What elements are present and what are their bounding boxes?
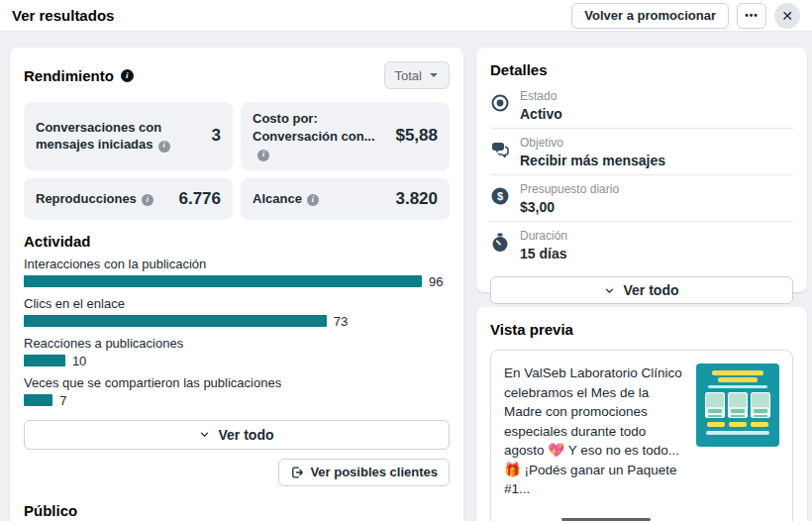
metric-card-reach: Alcance 3.820 (241, 178, 450, 220)
detail-value: $3,00 (520, 199, 619, 215)
activity-title: Actividad (24, 233, 450, 250)
metric-card-plays: Reproducciones 6.776 (24, 178, 233, 220)
stopwatch-icon (490, 233, 510, 253)
detail-row-objective: Objetivo Recibir más mensajes (490, 128, 793, 174)
ad-preview-text: En ValSeb Laboratorio Clínico celebramos… (504, 364, 686, 521)
close-icon[interactable]: ✕ (774, 3, 800, 29)
performance-title: Rendimiento (24, 67, 114, 84)
info-icon[interactable] (307, 194, 319, 206)
metric-value: 3 (212, 126, 221, 146)
metric-label: Reproducciones (36, 191, 137, 206)
detail-label: Estado (520, 89, 562, 103)
dollar-coin-icon: $ (490, 186, 510, 206)
info-icon[interactable] (121, 69, 134, 82)
ad-body-text: En ValSeb Laboratorio Clínico celebramos… (504, 364, 686, 499)
period-selector-dropdown[interactable]: Total (384, 61, 450, 89)
activity-bar-row: Reacciones a publicaciones 10 (24, 336, 450, 368)
bar-label: Reacciones a publicaciones (24, 336, 450, 351)
svg-text:$: $ (497, 190, 503, 202)
detail-label: Objetivo (520, 136, 665, 150)
metric-label: Costo por: Conversación con... (253, 111, 375, 144)
topbar-actions: Volver a promocionar ••• ✕ (571, 3, 800, 29)
activity-bar-row: Veces que se compartieron las publicacio… (24, 375, 450, 408)
bar-shares (24, 394, 52, 406)
caret-down-icon (429, 70, 439, 80)
detail-label: Duración (520, 229, 567, 243)
view-leads-label: Ver posibles clientes (310, 465, 438, 479)
bar-label: Interacciones con la publicación (24, 257, 450, 271)
period-selector-label: Total (395, 68, 422, 83)
bar-value: 96 (429, 274, 443, 289)
metric-label: Alcance (253, 191, 302, 206)
detail-value: Activo (520, 106, 562, 122)
bar-value: 73 (334, 314, 348, 329)
activity-bar-row: Interacciones con la publicación 96 (24, 257, 450, 289)
bar-reactions (24, 355, 65, 366)
info-icon[interactable] (158, 141, 170, 153)
preview-title: Vista previa (490, 321, 793, 338)
metric-value: 6.776 (178, 189, 221, 209)
activity-bar-row: Clics en el enlace 73 (24, 296, 450, 329)
chevron-down-icon (199, 429, 210, 440)
status-radio-icon (490, 93, 510, 113)
activity-see-all-button[interactable]: Ver todo (24, 420, 450, 450)
view-leads-button[interactable]: Ver posibles clientes (278, 459, 450, 486)
bar-interactions (24, 275, 422, 287)
ad-thumbnail-image (696, 364, 779, 447)
bar-value: 10 (72, 354, 86, 368)
chevron-down-icon (604, 285, 615, 296)
metric-value: 3.820 (395, 189, 438, 209)
details-panel: Detalles Estado Activo Objetivo Recibir … (476, 48, 807, 292)
export-leads-icon (290, 466, 304, 479)
bar-link-clicks (24, 315, 327, 327)
detail-value: 15 días (520, 246, 567, 261)
ad-preview-card: En ValSeb Laboratorio Clínico celebramos… (490, 350, 793, 521)
metric-label: Conversaciones con mensajes iniciadas (36, 120, 161, 153)
performance-panel: Rendimiento Total Conversaciones con men… (10, 48, 463, 521)
detail-value: Recibir más mensajes (520, 153, 665, 168)
promote-again-button[interactable]: Volver a promocionar (571, 3, 729, 29)
metric-value: $5,88 (395, 126, 438, 146)
bar-value: 7 (59, 393, 66, 408)
bar-label: Clics en el enlace (24, 296, 450, 311)
audience-title: Público (24, 502, 450, 519)
metric-card-cost: Costo por: Conversación con... $5,88 (241, 102, 450, 170)
details-title: Detalles (490, 61, 793, 78)
preview-panel: Vista previa En ValSeb Laboratorio Clíni… (476, 307, 807, 521)
detail-label: Presupuesto diario (520, 182, 619, 196)
info-icon[interactable] (257, 150, 269, 161)
details-see-all-button[interactable]: Ver todo (490, 276, 793, 304)
detail-row-duration: Duración 15 días (490, 221, 793, 267)
more-options-button[interactable]: ••• (737, 3, 766, 29)
info-icon[interactable] (142, 194, 153, 206)
see-all-label: Ver todo (218, 427, 273, 443)
top-bar: Ver resultados Volver a promocionar ••• … (0, 0, 812, 32)
chat-bubbles-icon (490, 140, 510, 159)
metric-card-conversations: Conversaciones con mensajes iniciadas 3 (24, 102, 233, 170)
detail-row-status: Estado Activo (490, 82, 793, 128)
page-title: Ver resultados (12, 7, 114, 24)
detail-row-budget: $ Presupuesto diario $3,00 (490, 174, 793, 221)
metric-cards: Conversaciones con mensajes iniciadas 3 … (24, 102, 450, 220)
bar-label: Veces que se compartieron las publicacio… (24, 375, 450, 390)
see-all-label: Ver todo (623, 282, 678, 298)
